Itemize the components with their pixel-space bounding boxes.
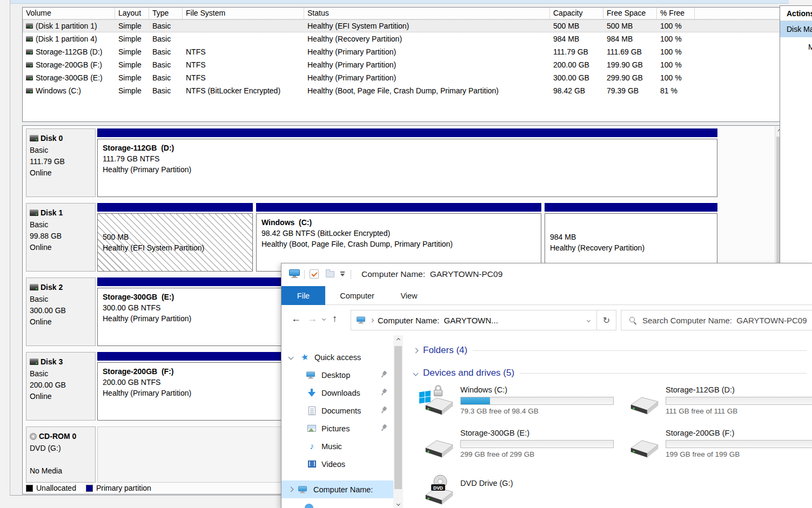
quick-access-star-icon: ★ — [300, 351, 310, 363]
volume-layout: Simple — [115, 73, 149, 82]
drive-icon-windows-bitlocker — [418, 385, 460, 423]
column-header-type[interactable]: Type — [149, 8, 183, 19]
volume-row-storage-200gb[interactable]: Storage-200GB (F:) Simple Basic NTFS Hea… — [23, 58, 786, 71]
sidebar-item-downloads[interactable]: Downloads — [281, 384, 393, 402]
partition-windows-c[interactable]: Windows (C:) 98.42 GB NTFS (BitLocker En… — [256, 203, 541, 272]
drive-name: Storage-300GB (E:) — [460, 429, 623, 437]
disk-3-label[interactable]: Disk 3 Basic 200.00 GB Online — [26, 352, 96, 421]
volume-status: Healthy (Boot, Page File, Crash Dump, Pr… — [304, 86, 550, 95]
drive-tile-dvd-g[interactable]: DVD DVD Drive (G:) — [418, 471, 623, 508]
tab-file[interactable]: File — [281, 286, 325, 305]
breadcrumb-chevron-icon[interactable] — [370, 318, 374, 322]
sidebar-item-music[interactable]: ♪ Music — [281, 437, 393, 455]
tab-view[interactable]: View — [396, 286, 422, 305]
sidebar-item-pictures[interactable]: Pictures — [281, 419, 393, 437]
group-header-folders[interactable]: Folders (4) — [414, 345, 807, 356]
drive-tile-storage-300gb[interactable]: Storage-300GB (E:) 299 GB free of 299 GB — [418, 428, 623, 466]
volume-status: Healthy (Primary Partition) — [304, 73, 550, 82]
navigation-scrollbar[interactable] — [393, 335, 403, 508]
disk-icon — [30, 284, 38, 290]
sidebar-item-documents[interactable]: Documents — [281, 402, 393, 419]
disk-size: 300.00 GB — [30, 305, 92, 316]
address-bar[interactable]: Computer Name: GARYTOWN... — [351, 310, 597, 330]
drive-tile-storage-200gb[interactable]: Storage-200GB (F:) 199 GB free of 199 GB — [623, 428, 812, 466]
column-header-free-space[interactable]: Free Space — [603, 8, 657, 19]
partition-efi-system[interactable]: 500 MB Healthy (EFI System Partition) — [97, 203, 253, 272]
tab-computer[interactable]: Computer — [335, 286, 379, 305]
pin-icon — [379, 423, 388, 433]
search-placeholder-text[interactable]: Search Computer Name: GARYTOWN-PC09 — [642, 316, 807, 325]
customize-quick-access-toolbar-icon[interactable] — [340, 272, 345, 277]
column-header-capacity[interactable]: Capacity — [550, 8, 603, 19]
group-label[interactable]: Folders (4) — [423, 345, 467, 356]
sidebar-item-videos[interactable]: Videos — [281, 455, 393, 473]
sidebar-item-label: Documents — [321, 407, 361, 415]
group-collapsed-chevron-icon[interactable] — [413, 348, 419, 353]
refresh-button[interactable]: ↻ — [597, 310, 616, 330]
collapse-chevron-icon[interactable] — [288, 355, 294, 360]
search-box[interactable]: Search Computer Name: GARYTOWN-PC09 — [621, 310, 812, 330]
disk-size: 111.79 GB — [30, 156, 92, 167]
disk-1-label[interactable]: Disk 1 Basic 99.88 GB Online — [26, 203, 96, 272]
volume-pct-free: 100 % — [657, 22, 695, 30]
up-button[interactable]: ↑ — [332, 313, 337, 324]
partition-storage-112gb[interactable]: Storage-112GB (D:) 111.79 GB NTFS Health… — [97, 128, 717, 197]
quick-access-folder-icon[interactable] — [326, 271, 334, 277]
address-location-text[interactable]: Computer Name: GARYTOWN... — [378, 316, 498, 325]
volume-type: Basic — [149, 35, 183, 43]
address-dropdown-icon[interactable] — [587, 318, 590, 322]
partition-detail: 98.42 GB NTFS (BitLocker Encrypted) — [261, 228, 536, 239]
column-header-pct-free[interactable]: % Free — [657, 8, 695, 19]
partition-recovery[interactable]: 984 MB Healthy (Recovery Partition) — [545, 203, 717, 272]
cdrom-name: CD-ROM 0 — [39, 432, 76, 441]
volume-table-header: Volume Layout Type File System Status Ca… — [23, 8, 786, 19]
drive-tile-windows-c[interactable]: Windows (C:) 79.3 GB free of 98.4 GB — [418, 385, 623, 423]
partition-health: Healthy (EFI System Partition) — [103, 242, 247, 253]
volume-free: 984 MB — [603, 35, 657, 43]
volume-row-storage-300gb[interactable]: Storage-300GB (E:) Simple Basic NTFS Hea… — [23, 71, 786, 84]
forward-button[interactable]: → — [307, 313, 317, 324]
sidebar-item-quick-access[interactable]: ★ Quick access — [281, 348, 393, 366]
scrollbar-thumb[interactable] — [394, 346, 402, 489]
volume-row-storage-112gb[interactable]: Storage-112GB (D:) Simple Basic NTFS Hea… — [23, 45, 786, 58]
volume-fs: NTFS — [183, 60, 304, 69]
volume-layout: Simple — [115, 48, 149, 56]
explorer-titlebar[interactable]: Computer Name: GARYTOWN-PC09 — [281, 263, 812, 286]
disk-status: Online — [30, 316, 92, 328]
scroll-up-icon[interactable] — [393, 335, 403, 344]
disk-status: Online — [30, 167, 92, 179]
group-label[interactable]: Devices and drives (5) — [423, 368, 514, 378]
volume-layout: Simple — [115, 35, 149, 43]
volume-row-disk1-partition1[interactable]: (Disk 1 partition 1) Simple Basic Health… — [23, 19, 786, 32]
disk-icon — [30, 135, 38, 141]
volume-icon — [26, 49, 33, 55]
group-header-devices-drives[interactable]: Devices and drives (5) — [414, 368, 807, 378]
capacity-bar-fill — [461, 397, 490, 404]
cdrom-0-label[interactable]: CD-ROM 0 DVD (G:) No Media — [26, 426, 96, 483]
recent-locations-icon[interactable] — [322, 317, 326, 321]
actions-more-actions[interactable]: More Actions — [808, 43, 812, 51]
sidebar-item-label: Music — [321, 442, 342, 451]
volume-row-disk1-partition4[interactable]: (Disk 1 partition 4) Simple Basic Health… — [23, 32, 786, 45]
sidebar-item-computer[interactable]: Computer Name: — [281, 480, 393, 498]
column-header-file-system[interactable]: File System — [183, 8, 304, 19]
column-header-status[interactable]: Status — [304, 8, 550, 19]
volume-type: Basic — [149, 73, 183, 82]
volume-status: Healthy (EFI System Partition) — [304, 22, 550, 30]
column-header-volume[interactable]: Volume — [23, 8, 115, 19]
group-expanded-chevron-icon[interactable] — [413, 370, 419, 376]
volume-row-windows-c[interactable]: Windows (C:) Simple Basic NTFS (BitLocke… — [23, 84, 786, 97]
disk-type: Basic — [30, 294, 92, 305]
sidebar-item-desktop[interactable]: Desktop — [281, 366, 393, 384]
back-button[interactable]: ← — [291, 313, 301, 324]
column-header-layout[interactable]: Layout — [115, 8, 149, 19]
disk-2-label[interactable]: Disk 2 Basic 300.00 GB Online — [26, 277, 96, 346]
actions-item-disk-management[interactable]: Disk Management — [780, 21, 812, 37]
expand-chevron-icon[interactable] — [288, 487, 294, 492]
scroll-down-icon[interactable] — [393, 499, 403, 508]
quick-access-check-icon[interactable] — [310, 269, 319, 279]
disk-0-label[interactable]: Disk 0 Basic 111.79 GB Online — [26, 128, 96, 197]
this-pc-icon — [289, 269, 300, 278]
sidebar-item-label: Computer Name: — [313, 485, 373, 494]
drive-tile-storage-112gb[interactable]: Storage-112GB (D:) 111 GB free of 111 GB — [623, 385, 812, 423]
